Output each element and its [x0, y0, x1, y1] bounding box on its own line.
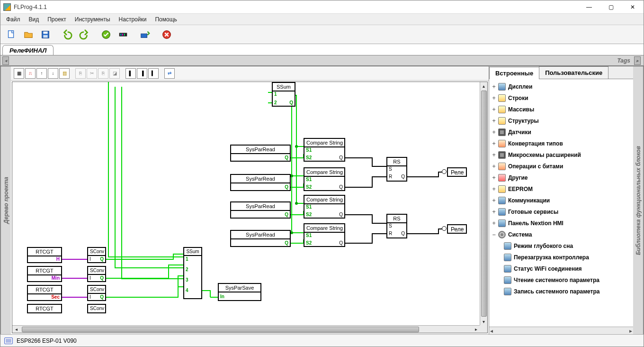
block-rele-1[interactable]: Реле [447, 167, 467, 177]
subbar-handle-right[interactable]: ▸ [634, 56, 641, 65]
block-sysparread-4[interactable]: SysParRead Q [230, 230, 291, 247]
check-button[interactable] [98, 27, 114, 42]
block-title: SysParRead [231, 231, 290, 239]
canvas-tool-2[interactable]: ⎍ [25, 68, 36, 79]
canvas-tool-cut[interactable]: ✂ [87, 68, 97, 79]
block-title: Compare String [304, 139, 344, 147]
tab-document[interactable]: РелеФИНАЛ [2, 45, 54, 55]
lib-tab-builtin[interactable]: Встроенные [489, 67, 539, 79]
canvas-tool-9[interactable]: ◪ [109, 68, 120, 79]
stop-button[interactable] [159, 27, 175, 42]
document-tabs: РелеФИНАЛ [0, 44, 644, 55]
tree-child: Режим глубокого сна [490, 240, 632, 252]
canvas-hscroll[interactable]: ◂▸ [12, 325, 480, 333]
block-sconv-1[interactable]: SConv I Q [87, 247, 106, 263]
canvas[interactable]: SSum 1 2 Q SysParRead Q SysParRead Q [12, 82, 488, 333]
block-library-collapsed[interactable]: Библиотека функциональных блоков [633, 66, 644, 334]
canvas-tool-network[interactable]: ⇄ [164, 68, 175, 79]
library-tabs: Встроенные Пользовательские [489, 66, 633, 79]
menu-tools[interactable]: Инструменты [71, 15, 114, 24]
tree-item: +Конвертация типов [490, 138, 632, 149]
center-area: ▦ ⎍ ↑ ↓ ▥ ⎘ ✂ ⎘ ◪ ▌ ▐ ▍ ⇄ [11, 66, 489, 334]
minimize-button[interactable]: — [578, 0, 600, 13]
library-hscroll[interactable]: ◂▸ [489, 327, 633, 334]
block-title: SConv [88, 305, 105, 312]
canvas-tool-12[interactable]: ▍ [148, 68, 159, 79]
block-sysparread-2[interactable]: SysParRead Q [230, 174, 291, 191]
block-title: Compare String [304, 168, 344, 177]
undo-button[interactable] [59, 27, 75, 42]
canvas-tool-1[interactable]: ▦ [14, 68, 24, 79]
project-tree-collapsed[interactable]: Дерево проекта [0, 66, 11, 334]
menu-help[interactable]: Помощь [151, 15, 180, 24]
maximize-button[interactable]: ▢ [600, 0, 622, 13]
block-compare-1[interactable]: Compare String S1 S2 Q [304, 138, 345, 162]
menu-project[interactable]: Проект [44, 15, 70, 24]
block-rtcgt-4[interactable]: RTCGT [27, 304, 62, 313]
tags-label: Tags [617, 57, 630, 64]
block-title: SConv [88, 248, 105, 256]
tree-item: +Другие [490, 172, 632, 183]
block-sconv-4[interactable]: SConv [87, 304, 106, 313]
block-ssum-top[interactable]: SSum 1 2 Q [272, 82, 295, 107]
workspace: Дерево проекта ▦ ⎍ ↑ ↓ ▥ ⎘ ✂ ⎘ ◪ ▌ ▐ ▍ ⇄ [0, 66, 644, 334]
block-rtcgt-2[interactable]: RTCGT Min [27, 266, 62, 282]
tree-item: +Массивы [490, 104, 632, 115]
tree-item: +Датчики [490, 127, 632, 138]
canvas-tool-10[interactable]: ▌ [125, 68, 136, 79]
block-compare-3[interactable]: Compare String S1 S2 Q [304, 195, 345, 219]
menu-file[interactable]: Файл [2, 15, 24, 24]
block-rs-2[interactable]: RS S R Q [386, 214, 407, 238]
block-compare-4[interactable]: Compare String S1 S2 Q [304, 223, 345, 247]
canvas-tool-paste[interactable]: ⎘ [98, 68, 108, 79]
new-file-button[interactable] [3, 27, 19, 42]
canvas-tool-copy[interactable]: ⎘ [75, 68, 86, 79]
block-rtcgt-1[interactable]: RTCGT H [27, 247, 62, 263]
canvas-tool-5[interactable]: ▥ [59, 68, 70, 79]
block-title: RTCGT [28, 305, 61, 312]
tree-child: Запись системного параметра [490, 286, 632, 297]
svg-rect-2 [43, 31, 47, 34]
status-text: ESP8266 ESP-01 V090 [17, 338, 77, 344]
svg-rect-0 [9, 30, 14, 37]
block-compare-2[interactable]: Compare String S1 S2 Q [304, 167, 345, 191]
canvas-tool-up[interactable]: ↑ [36, 68, 47, 79]
save-button[interactable] [37, 27, 54, 42]
block-sysparread-1[interactable]: SysParRead Q [230, 145, 291, 162]
subbar-handle-left[interactable]: ◂ [2, 56, 9, 65]
compile-button[interactable] [115, 27, 131, 42]
tree-child: Чтение системного параметра [490, 274, 632, 286]
tree-item: +Коммуникации [490, 195, 632, 206]
block-sconv-2[interactable]: SConv I Q [87, 266, 106, 282]
block-sysparsave[interactable]: SysParSave In [218, 283, 261, 301]
library-tree[interactable]: +Дисплеи +Строки +Массивы +Структуры +Да… [489, 79, 633, 327]
menu-settings[interactable]: Настройки [115, 15, 151, 24]
block-title: SConv [88, 286, 105, 294]
block-sysparread-3[interactable]: SysParRead Q [230, 201, 291, 219]
tree-item: +Панель Nextion HMI [490, 218, 632, 229]
block-rele-2[interactable]: Реле [447, 224, 467, 234]
menu-view[interactable]: Вид [25, 15, 43, 24]
diagram[interactable]: SSum 1 2 Q SysParRead Q SysParRead Q [12, 82, 480, 325]
block-ssum-bottom[interactable]: SSum 1 2 3 4 [183, 247, 202, 299]
close-button[interactable]: ✕ [622, 0, 644, 13]
lib-tab-user[interactable]: Пользовательские [539, 66, 608, 79]
canvas-toolbar: ▦ ⎍ ↑ ↓ ▥ ⎘ ✂ ⎘ ◪ ▌ ▐ ▍ ⇄ [11, 66, 489, 81]
tree-item: +Дисплеи [490, 81, 632, 92]
canvas-tool-11[interactable]: ▐ [137, 68, 147, 79]
block-rs-1[interactable]: RS S R Q [386, 157, 407, 182]
block-rtcgt-3[interactable]: RTCGT Sec [27, 285, 62, 301]
tree-item: +EEPROM [490, 183, 632, 195]
block-sconv-3[interactable]: SConv I Q [87, 285, 106, 301]
app-icon [3, 3, 11, 11]
svg-rect-9 [141, 34, 147, 37]
library-panel: Встроенные Пользовательские +Дисплеи +Ст… [489, 66, 633, 334]
canvas-vscroll[interactable]: ▴▾ [480, 82, 487, 325]
open-file-button[interactable] [20, 27, 36, 42]
canvas-tool-down[interactable]: ↓ [48, 68, 58, 79]
redo-button[interactable] [76, 27, 92, 42]
block-title: SSum [273, 83, 295, 91]
block-title: SysParRead [231, 146, 290, 154]
block-title: SysParRead [231, 202, 290, 211]
upload-button[interactable] [137, 27, 153, 42]
